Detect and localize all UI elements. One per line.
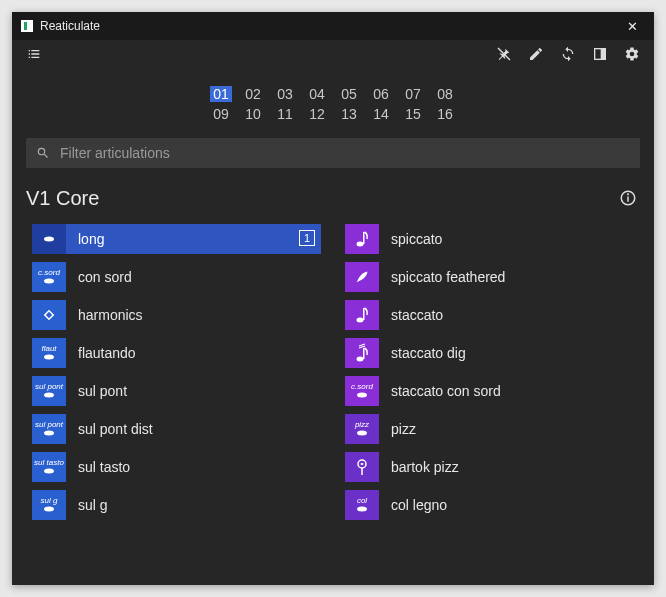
channel-02[interactable]: 02 (242, 86, 264, 102)
svg-rect-17 (363, 232, 365, 244)
note-icon (355, 505, 369, 513)
svg-point-8 (44, 237, 54, 242)
articulation-item[interactable]: sul pontsul pont dist (32, 414, 321, 444)
articulation-label: spiccato (391, 231, 442, 247)
articulation-item[interactable]: harmonics (32, 300, 321, 330)
articulation-chip (345, 452, 379, 482)
svg-point-18 (357, 318, 364, 323)
app-icon (20, 19, 34, 33)
articulation-item[interactable]: sul gsul g (32, 490, 321, 520)
svg-rect-19 (363, 308, 365, 320)
channel-09[interactable]: 09 (210, 106, 232, 122)
list-icon[interactable] (18, 40, 50, 68)
svg-point-15 (44, 507, 54, 512)
channel-12[interactable]: 12 (306, 106, 328, 122)
articulation-item[interactable]: c.sordstaccato con sord (345, 376, 634, 406)
articulation-label: sul tasto (78, 459, 130, 475)
dock-icon[interactable] (584, 40, 616, 68)
articulation-label: col legno (391, 497, 447, 513)
articulation-item[interactable]: sul tastosul tasto (32, 452, 321, 482)
articulation-item[interactable]: bartok pizz (345, 452, 634, 482)
articulation-item[interactable]: c.sordcon sord (32, 262, 321, 292)
articulation-item[interactable]: sul pontsul pont (32, 376, 321, 406)
note-icon (42, 467, 56, 475)
chip-tag: col (357, 497, 367, 505)
channel-13[interactable]: 13 (338, 106, 360, 122)
eighth-icon (355, 230, 369, 248)
svg-point-7 (628, 194, 629, 195)
articulation-chip: pizz (345, 414, 379, 444)
section: V1 Core long1c.sordcon sordharmonicsflau… (24, 186, 642, 520)
articulation-label: sul pont (78, 383, 127, 399)
articulation-label: harmonics (78, 307, 143, 323)
slot-badge: 1 (299, 230, 315, 246)
chip-tag: sul pont (35, 383, 63, 391)
articulation-label: staccato con sord (391, 383, 501, 399)
articulation-label: sul pont dist (78, 421, 153, 437)
section-header: V1 Core (24, 186, 642, 210)
chip-tag: c.sord (351, 383, 373, 391)
channel-11[interactable]: 11 (274, 106, 296, 122)
svg-point-11 (44, 355, 54, 360)
articulation-label: long (78, 231, 104, 247)
articulation-item[interactable]: staccato dig (345, 338, 634, 368)
info-icon[interactable] (616, 186, 640, 210)
articulation-chip: c.sord (345, 376, 379, 406)
articulation-item[interactable]: flautflautando (32, 338, 321, 368)
pin-off-icon[interactable] (488, 40, 520, 68)
filter-bar (26, 138, 640, 168)
eighth-icon (355, 306, 369, 324)
articulation-item[interactable]: pizzpizz (345, 414, 634, 444)
articulation-chip: sul tasto (32, 452, 66, 482)
svg-point-23 (357, 431, 367, 436)
articulation-chip (345, 262, 379, 292)
svg-point-13 (44, 431, 54, 436)
edit-icon[interactable] (520, 40, 552, 68)
chip-tag: sul g (41, 497, 58, 505)
articulation-chip: sul g (32, 490, 66, 520)
svg-rect-10 (45, 311, 53, 319)
section-title: V1 Core (26, 187, 616, 210)
toolbar (12, 40, 654, 68)
channel-03[interactable]: 03 (274, 86, 296, 102)
channel-05[interactable]: 05 (338, 86, 360, 102)
svg-point-22 (357, 393, 367, 398)
articulation-chip (345, 300, 379, 330)
articulation-item[interactable]: long1 (32, 224, 321, 254)
channel-15[interactable]: 15 (402, 106, 424, 122)
articulation-chip: col (345, 490, 379, 520)
articulation-label: flautando (78, 345, 136, 361)
note-icon (42, 277, 56, 285)
channel-07[interactable]: 07 (402, 86, 424, 102)
note-icon (42, 353, 56, 361)
chip-tag: sul tasto (34, 459, 64, 467)
diamond-icon (43, 309, 55, 321)
filter-input[interactable] (60, 145, 630, 161)
sync-icon[interactable] (552, 40, 584, 68)
channel-04[interactable]: 04 (306, 86, 328, 102)
close-icon[interactable]: ✕ (618, 19, 646, 34)
window-title: Reaticulate (40, 19, 618, 33)
channel-08[interactable]: 08 (434, 86, 456, 102)
articulation-item[interactable]: spiccato feathered (345, 262, 634, 292)
bartok-icon (354, 458, 370, 476)
articulation-label: staccato dig (391, 345, 466, 361)
feather-icon (354, 269, 370, 285)
articulation-chip (32, 224, 66, 254)
channel-01[interactable]: 01 (210, 86, 232, 102)
articulation-chip: c.sord (32, 262, 66, 292)
articulation-item[interactable]: colcol legno (345, 490, 634, 520)
svg-rect-21 (363, 348, 365, 359)
articulation-item[interactable]: staccato (345, 300, 634, 330)
channel-06[interactable]: 06 (370, 86, 392, 102)
chip-tag: pizz (355, 421, 369, 429)
articulation-item[interactable]: spiccato (345, 224, 634, 254)
articulation-chip: sul pont (32, 414, 66, 444)
settings-icon[interactable] (616, 40, 648, 68)
chip-tag: sul pont (35, 421, 63, 429)
channel-14[interactable]: 14 (370, 106, 392, 122)
svg-point-14 (44, 469, 54, 474)
channel-10[interactable]: 10 (242, 106, 264, 122)
note-icon (42, 505, 56, 513)
channel-16[interactable]: 16 (434, 106, 456, 122)
